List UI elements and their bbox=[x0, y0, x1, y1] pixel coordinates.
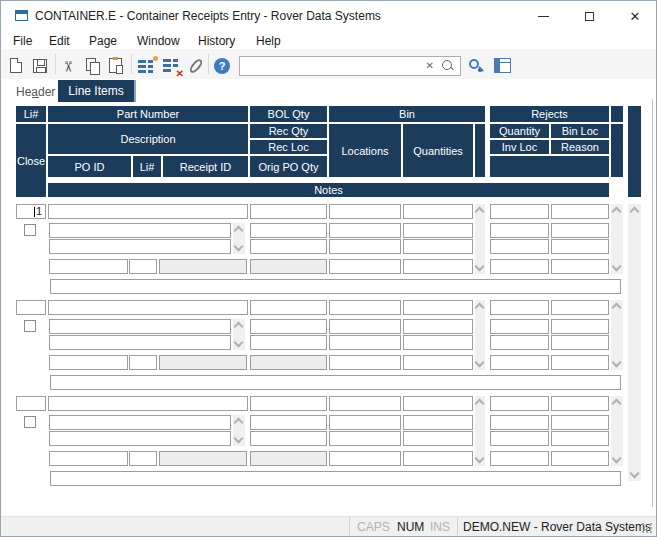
scroll-up-icon[interactable] bbox=[612, 207, 622, 217]
li-number-field[interactable] bbox=[16, 396, 46, 411]
description-field[interactable] bbox=[49, 431, 231, 446]
reject-quantity-field[interactable] bbox=[490, 204, 549, 219]
scroll-down-icon[interactable] bbox=[234, 242, 244, 252]
copy-button[interactable] bbox=[84, 57, 104, 77]
resize-grip[interactable] bbox=[642, 523, 652, 533]
bin-location-field[interactable] bbox=[329, 300, 401, 315]
notes-field[interactable] bbox=[50, 375, 621, 390]
help-button[interactable]: ? bbox=[213, 57, 233, 77]
scroll-down-icon[interactable] bbox=[612, 262, 622, 272]
tab-header[interactable]: Header bbox=[11, 82, 60, 102]
description-field[interactable] bbox=[49, 415, 231, 430]
scroll-up-icon[interactable] bbox=[475, 207, 485, 217]
reject-bin-loc-field[interactable] bbox=[551, 415, 609, 430]
description-scrollbar[interactable] bbox=[233, 415, 245, 446]
reject-quantity-field[interactable] bbox=[490, 259, 549, 274]
reject-bin-loc-field[interactable] bbox=[551, 431, 609, 446]
rejects-scrollbar[interactable] bbox=[611, 204, 623, 274]
part-number-field[interactable] bbox=[48, 204, 248, 219]
scroll-down-icon[interactable] bbox=[475, 358, 485, 368]
tab-line-items[interactable]: Line Items bbox=[58, 80, 136, 102]
description-field[interactable] bbox=[49, 239, 231, 254]
description-field[interactable] bbox=[49, 335, 231, 350]
li-number-field[interactable] bbox=[16, 300, 46, 315]
reject-quantity-field[interactable] bbox=[490, 415, 549, 430]
menu-help[interactable]: Help bbox=[253, 32, 284, 50]
bin-location-field[interactable] bbox=[329, 223, 401, 238]
reject-bin-loc-field[interactable] bbox=[551, 259, 609, 274]
search-icon[interactable] bbox=[442, 60, 452, 70]
find-view-button[interactable] bbox=[468, 58, 486, 76]
bin-quantity-field[interactable] bbox=[403, 415, 473, 430]
rec-loc-field[interactable] bbox=[250, 335, 327, 350]
bin-location-field[interactable] bbox=[329, 415, 401, 430]
bin-location-field[interactable] bbox=[329, 319, 401, 334]
menu-window[interactable]: Window bbox=[134, 32, 183, 50]
reject-quantity-field[interactable] bbox=[490, 355, 549, 370]
po-id-field[interactable] bbox=[49, 451, 128, 466]
notes-field[interactable] bbox=[50, 471, 621, 486]
cut-button[interactable]: ✂ bbox=[61, 57, 81, 77]
bin-quantity-field[interactable] bbox=[403, 451, 473, 466]
bol-qty-field[interactable] bbox=[250, 300, 327, 315]
scroll-down-icon[interactable] bbox=[475, 262, 485, 272]
bin-quantity-field[interactable] bbox=[403, 319, 473, 334]
bin-quantity-field[interactable] bbox=[403, 223, 473, 238]
reject-bin-loc-field[interactable] bbox=[551, 355, 609, 370]
scroll-up-icon[interactable] bbox=[234, 418, 244, 428]
reject-bin-loc-field[interactable] bbox=[551, 239, 609, 254]
bin-quantity-field[interactable] bbox=[403, 300, 473, 315]
layout-view-button[interactable] bbox=[494, 58, 511, 73]
bin-location-field[interactable] bbox=[329, 451, 401, 466]
rec-qty-field[interactable] bbox=[250, 319, 327, 334]
paste-button[interactable] bbox=[107, 57, 127, 77]
menu-history[interactable]: History bbox=[195, 32, 238, 50]
po-li-field[interactable] bbox=[129, 451, 157, 466]
save-button[interactable] bbox=[31, 57, 51, 77]
bin-quantity-field[interactable] bbox=[403, 431, 473, 446]
scroll-up-icon[interactable] bbox=[612, 303, 622, 313]
menu-page[interactable]: Page bbox=[86, 32, 120, 50]
new-button[interactable] bbox=[7, 57, 27, 77]
reject-quantity-field[interactable] bbox=[490, 239, 549, 254]
scroll-down-icon[interactable] bbox=[234, 434, 244, 444]
rejects-scrollbar[interactable] bbox=[611, 396, 623, 466]
description-field[interactable] bbox=[49, 319, 231, 334]
description-field[interactable] bbox=[49, 223, 231, 238]
reject-quantity-field[interactable] bbox=[490, 300, 549, 315]
bin-scrollbar[interactable] bbox=[475, 300, 485, 370]
scroll-up-icon[interactable] bbox=[234, 226, 244, 236]
po-id-field[interactable] bbox=[49, 355, 128, 370]
line-items-scrollbar[interactable] bbox=[628, 204, 641, 481]
part-number-field[interactable] bbox=[48, 396, 248, 411]
bin-quantity-field[interactable] bbox=[403, 239, 473, 254]
po-id-field[interactable] bbox=[49, 259, 128, 274]
po-li-field[interactable] bbox=[129, 259, 157, 274]
delete-row-button[interactable]: ✕ bbox=[163, 57, 183, 77]
bin-location-field[interactable] bbox=[329, 355, 401, 370]
description-scrollbar[interactable] bbox=[233, 223, 245, 254]
minimize-button[interactable] bbox=[520, 1, 566, 31]
reject-bin-loc-field[interactable] bbox=[551, 223, 609, 238]
insert-row-button[interactable] bbox=[138, 57, 158, 77]
bin-quantity-field[interactable] bbox=[403, 204, 473, 219]
rec-loc-field[interactable] bbox=[250, 431, 327, 446]
close-checkbox[interactable] bbox=[24, 320, 36, 332]
reject-bin-loc-field[interactable] bbox=[551, 319, 609, 334]
bin-scrollbar[interactable] bbox=[475, 204, 485, 274]
li-number-field[interactable]: 1 bbox=[16, 204, 46, 219]
scroll-up-icon[interactable] bbox=[629, 207, 639, 217]
scroll-up-icon[interactable] bbox=[234, 322, 244, 332]
search-input[interactable] bbox=[242, 58, 426, 76]
bin-location-field[interactable] bbox=[329, 204, 401, 219]
reject-quantity-field[interactable] bbox=[490, 335, 549, 350]
menu-edit[interactable]: Edit bbox=[46, 32, 73, 50]
reject-bin-loc-field[interactable] bbox=[551, 451, 609, 466]
close-button[interactable]: ✕ bbox=[612, 1, 657, 31]
bin-location-field[interactable] bbox=[329, 259, 401, 274]
reject-bin-loc-field[interactable] bbox=[551, 300, 609, 315]
reject-bin-loc-field[interactable] bbox=[551, 396, 609, 411]
scroll-down-icon[interactable] bbox=[234, 338, 244, 348]
bin-quantity-field[interactable] bbox=[403, 335, 473, 350]
scroll-down-icon[interactable] bbox=[612, 358, 622, 368]
